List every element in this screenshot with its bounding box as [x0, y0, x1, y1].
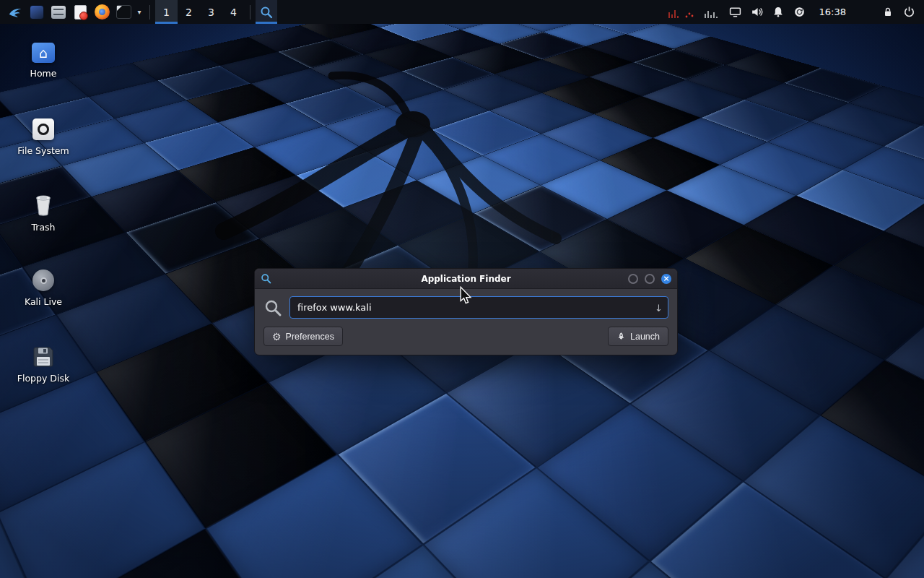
app-finder-taskbar-button[interactable] [256, 0, 277, 24]
clock-text: 16:38 [819, 7, 846, 17]
power-logout-icon[interactable] [903, 0, 915, 24]
desktop-icon-label: Floppy Disk [17, 373, 69, 384]
desktop-icon-trash[interactable]: Trash [4, 194, 83, 233]
volume-icon[interactable] [751, 0, 763, 24]
workspace-label: 3 [208, 7, 214, 18]
window-titlebar[interactable]: Application Finder × [255, 269, 677, 289]
file-manager-button[interactable] [48, 0, 69, 24]
optical-disc-icon [32, 269, 54, 291]
disc-hub [40, 277, 47, 284]
close-icon: × [663, 274, 669, 283]
desktop-icon-label: Home [30, 68, 57, 79]
desktop-icon-label: Kali Live [25, 296, 62, 307]
updates-icon[interactable] [793, 0, 806, 24]
panel-separator [250, 5, 250, 20]
application-finder-window: Application Finder × ↓ ⚙ Preferences [254, 268, 678, 355]
panel-separator [149, 5, 150, 20]
chevron-down-icon: ▾ [136, 8, 142, 16]
workspace-3-button[interactable]: 3 [200, 0, 222, 24]
search-icon [263, 298, 282, 317]
show-desktop-button[interactable] [26, 0, 48, 24]
kali-logo-icon [7, 4, 23, 20]
window-title: Application Finder [255, 274, 677, 284]
trash-icon [32, 194, 54, 217]
lock-screen-icon[interactable] [882, 0, 894, 24]
dialog-body: ↓ ⚙ Preferences Launch [255, 289, 677, 355]
drive-ring [38, 124, 49, 135]
notifications-bell-icon[interactable] [772, 0, 784, 24]
launch-button-label: Launch [630, 332, 660, 342]
preferences-button-label: Preferences [286, 332, 334, 342]
floppy-disk-icon [32, 346, 54, 368]
file-manager-icon [51, 6, 66, 19]
home-folder-icon: ⌂ [32, 43, 55, 63]
system-monitor-widget[interactable] [668, 5, 720, 20]
clock[interactable]: 16:38 [815, 0, 850, 24]
preferences-button[interactable]: ⚙ Preferences [263, 327, 343, 346]
display-settings-icon[interactable] [729, 0, 741, 24]
app-finder-icon [258, 4, 274, 20]
minimize-button[interactable] [628, 274, 638, 284]
system-tray: 16:38 [668, 0, 920, 24]
dialog-buttons-row: ⚙ Preferences Launch [263, 327, 668, 346]
desktop-icon-kali-live[interactable]: Kali Live [4, 269, 83, 307]
desktop-icon-file-system[interactable]: File System [4, 118, 83, 156]
terminal-dropdown-button[interactable]: ▾ [134, 0, 144, 24]
dropdown-arrow-icon[interactable]: ↓ [655, 302, 663, 313]
terminal-icon [116, 5, 131, 19]
search-row: ↓ [263, 296, 668, 319]
firefox-icon [95, 4, 110, 20]
desktop-icon-floppy[interactable]: Floppy Disk [4, 346, 83, 384]
maximize-button[interactable] [645, 274, 655, 284]
desktop-icon-home[interactable]: ⌂ Home [4, 43, 83, 79]
file-system-icon [32, 118, 54, 140]
search-input[interactable] [289, 296, 668, 319]
workspace-4-button[interactable]: 4 [222, 0, 245, 24]
workspace-1-button[interactable]: 1 [155, 0, 178, 24]
gear-icon: ⚙ [272, 331, 282, 342]
search-input-wrap: ↓ [289, 296, 668, 319]
firefox-button[interactable] [91, 0, 113, 24]
desktop-icon-label: File System [17, 145, 69, 156]
workspace-label: 1 [163, 7, 170, 18]
desktop-icon-label: Trash [31, 222, 55, 233]
text-editor-button[interactable] [69, 0, 91, 24]
kali-menu-button[interactable] [4, 0, 26, 24]
window-buttons: × [628, 274, 671, 284]
workspace-2-button[interactable]: 2 [178, 0, 200, 24]
workspace-label: 4 [230, 7, 237, 18]
text-editor-icon [74, 5, 87, 20]
home-glyph: ⌂ [39, 45, 48, 61]
close-button[interactable]: × [661, 274, 671, 284]
top-panel: ▾ 1 2 3 4 [0, 0, 924, 24]
terminal-button[interactable] [113, 0, 134, 24]
window-titlebar-icon [261, 273, 271, 284]
launch-icon [616, 332, 626, 342]
workspace-label: 2 [186, 7, 192, 18]
window-icon [30, 5, 44, 20]
launch-button[interactable]: Launch [608, 327, 668, 346]
